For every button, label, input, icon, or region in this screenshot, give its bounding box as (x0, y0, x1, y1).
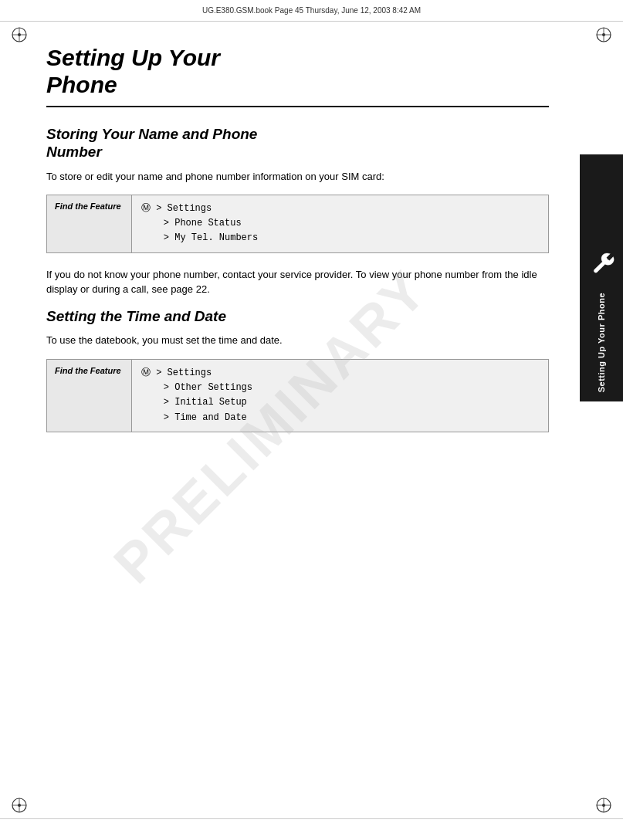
menu-icon-2: Ⓜ (141, 368, 151, 378)
main-content: Setting Up Your Phone Storing Your Name … (0, 22, 580, 809)
svg-point-7 (602, 33, 605, 36)
corner-mark-br (595, 797, 612, 814)
section1-heading: Storing Your Name and Phone Number (46, 126, 549, 161)
wrench-icon (587, 248, 616, 280)
find-feature-label-2: Find the Feature (47, 360, 132, 432)
find-feature-box-2: Find the Feature Ⓜ > Settings > Other Se… (46, 359, 549, 432)
sidebar-label: Setting Up Your Phone (597, 293, 606, 392)
section1-body: To store or edit your name and phone num… (46, 169, 549, 185)
corner-mark-tr (595, 26, 612, 43)
top-bar: UG.E380.GSM.book Page 45 Thursday, June … (0, 0, 623, 22)
section2-heading: Setting the Time and Date (46, 308, 549, 326)
find-feature-content-2: Ⓜ > Settings > Other Settings > Initial … (132, 360, 262, 432)
svg-point-15 (602, 804, 605, 807)
chapter-title: Setting Up Your Phone (46, 45, 549, 98)
find-feature-box-1: Find the Feature Ⓜ > Settings > Phone St… (46, 195, 549, 253)
section1-body2: If you do not know your phone number, co… (46, 267, 549, 297)
page-container: UG.E380.GSM.book Page 45 Thursday, June … (0, 0, 623, 840)
right-sidebar: Setting Up Your Phone (580, 154, 623, 401)
find-feature-content-1: Ⓜ > Settings > Phone Status > My Tel. Nu… (132, 195, 267, 252)
chapter-divider (46, 106, 549, 107)
find-feature-label-1: Find the Feature (47, 195, 132, 252)
bottom-bar (0, 818, 623, 840)
menu-icon-1: Ⓜ (141, 203, 151, 214)
top-bar-text: UG.E380.GSM.book Page 45 Thursday, June … (202, 6, 421, 15)
section2-body: To use the datebook, you must set the ti… (46, 333, 549, 348)
